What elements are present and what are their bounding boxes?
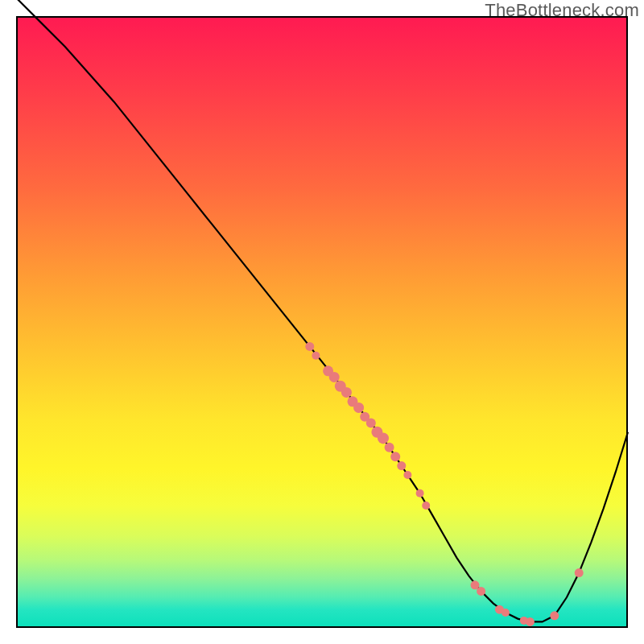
data-marker [390, 452, 400, 461]
data-marker [502, 609, 510, 617]
data-marker [403, 471, 411, 479]
data-marker [329, 372, 340, 382]
data-marker [341, 387, 352, 398]
attribution-text: TheBottleneck.com [485, 0, 639, 21]
data-marker [378, 432, 389, 444]
bottleneck-curve [16, 0, 628, 621]
data-marker [366, 418, 376, 427]
data-marker [305, 342, 314, 351]
data-marker [416, 489, 424, 497]
marker-group [305, 342, 583, 626]
chart-container: TheBottleneck.com [0, 0, 644, 644]
data-marker [575, 568, 584, 577]
data-marker [385, 443, 394, 452]
data-marker [422, 502, 430, 510]
data-marker [397, 461, 406, 470]
curve-layer [16, 16, 628, 628]
data-marker [312, 352, 320, 360]
data-marker [477, 587, 485, 596]
data-marker [526, 617, 535, 626]
data-marker [550, 611, 559, 620]
data-marker [353, 402, 364, 413]
